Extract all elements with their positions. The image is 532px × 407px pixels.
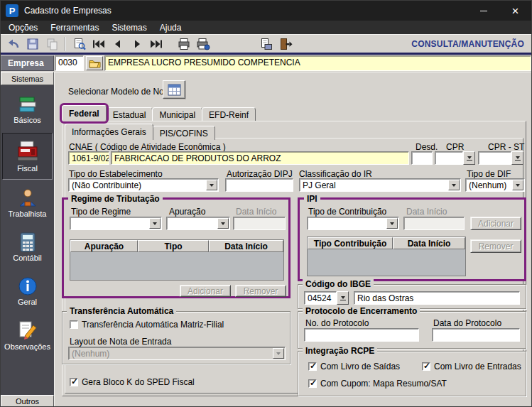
cupom-mapa-checkbox[interactable]: Com Cupom: Mapa Resumo/SAT xyxy=(308,379,447,389)
checkbox-icon[interactable] xyxy=(308,379,317,388)
nav-prior-icon[interactable] xyxy=(108,36,127,53)
preview-icon[interactable] xyxy=(70,36,89,53)
livro-saidas-checkbox[interactable]: Com Livro de Saídas xyxy=(308,362,400,371)
cnae-code-field[interactable]: 1061-9/02 xyxy=(68,151,109,165)
report-icon[interactable] xyxy=(256,36,276,53)
tab-pis-cofins[interactable]: PIS/COFINS xyxy=(153,126,215,140)
sidebar-item-basicos[interactable]: Básicos xyxy=(2,89,53,131)
regime-group-title: Regime de Tributação xyxy=(68,194,163,204)
chevron-down-icon[interactable] xyxy=(512,180,523,190)
desd-label: Desd. xyxy=(416,142,438,152)
federal-tabstrip: Federal Estadual Municipal EFD-Reinf xyxy=(62,105,255,121)
tab-efd-reinf[interactable]: EFD-Reinf xyxy=(202,107,256,121)
protocolo-data-field[interactable] xyxy=(432,328,520,342)
save-icon[interactable] xyxy=(23,36,42,53)
empresa-code-field[interactable]: 0030 xyxy=(55,55,84,71)
ir-combo[interactable]: PJ Geral xyxy=(299,178,461,192)
tipo-regime-combo[interactable] xyxy=(70,217,162,230)
cpr-st-lookup-button[interactable] xyxy=(511,151,523,165)
bloco-k-checkbox[interactable]: Gera Bloco K do SPED Fiscal xyxy=(70,377,195,387)
checkbox-icon[interactable] xyxy=(70,320,78,329)
sidebar-footer-outros[interactable]: Outros xyxy=(1,395,54,407)
empresa-name-field[interactable]: EMPRESA LUCRO PRESUMIDO COMPETENCIA xyxy=(104,55,531,71)
chevron-down-icon[interactable] xyxy=(386,218,398,229)
regime-grid[interactable]: Apuração Tipo Data Início xyxy=(70,239,284,281)
livro-entradas-label: Com Livro de Entradas xyxy=(434,362,521,371)
print-setup-icon[interactable] xyxy=(193,36,212,53)
ir-value: PJ Geral xyxy=(303,180,336,190)
checkbox-icon[interactable] xyxy=(308,362,317,371)
ipi-grid[interactable]: Tipo Contribuição Data Início xyxy=(307,237,466,276)
app-logo-letter: P xyxy=(9,6,16,16)
menubar: Opções Ferramentas Sistemas Ajuda xyxy=(1,21,531,34)
undo-icon[interactable] xyxy=(4,36,23,53)
regime-apuracao-label: Apuração xyxy=(169,207,205,217)
protocolo-data-label: Data do Protocolo xyxy=(433,318,501,328)
tab-estadual[interactable]: Estadual xyxy=(106,107,153,121)
note-model-grid-icon xyxy=(168,84,181,96)
ipi-remover-button: Remover xyxy=(470,239,521,253)
protocolo-num-field[interactable] xyxy=(304,328,419,342)
ibge-city-field[interactable]: Rio das Ostras xyxy=(354,291,520,305)
exit-icon[interactable] xyxy=(276,36,295,53)
cpr-label: CPR xyxy=(446,142,464,152)
livro-entradas-checkbox[interactable]: Com Livro de Entradas xyxy=(422,362,521,371)
ibge-lookup-button[interactable] xyxy=(337,291,349,305)
tab-federal[interactable]: Federal xyxy=(62,105,107,121)
menu-opcoes[interactable]: Opções xyxy=(2,23,44,33)
bloco-k-label: Gera Bloco K do SPED Fiscal xyxy=(82,377,195,387)
ibge-code-field[interactable]: 04524 xyxy=(304,291,337,305)
menu-ferramentas[interactable]: Ferramentas xyxy=(44,23,105,33)
tab-municipal[interactable]: Municipal xyxy=(152,107,202,121)
contabil-icon xyxy=(18,232,37,252)
dipj-field[interactable] xyxy=(225,178,293,192)
sidebar-item-trabalhista[interactable]: Trabalhista xyxy=(2,182,53,224)
chevron-down-icon[interactable] xyxy=(448,180,460,190)
tab-informacoes-gerais[interactable]: Informações Gerais xyxy=(65,124,153,140)
folder-open-icon xyxy=(89,59,101,68)
minimize-button[interactable] xyxy=(467,1,499,21)
chevron-down-icon[interactable] xyxy=(149,218,161,229)
sidebar-item-observacoes[interactable]: Observações xyxy=(2,314,53,356)
sidebar-item-label: Básicos xyxy=(13,116,41,124)
chevron-down-icon[interactable] xyxy=(206,180,217,190)
matriz-filial-checkbox-label: Transferência Automática Matriz-Filial xyxy=(82,320,224,330)
sidebar-item-geral[interactable]: Geral xyxy=(2,270,53,312)
layout-nota-value: (Nenhum) xyxy=(72,349,109,359)
mode-label: CONSULTA/MANUTENÇÃO xyxy=(411,39,524,49)
ipi-tipo-contribuicao-combo[interactable] xyxy=(307,217,399,230)
nav-next-icon[interactable] xyxy=(127,36,146,53)
app-window: P Cadastro de Empresas Opções Ferramenta… xyxy=(0,0,532,407)
checkbox-icon[interactable] xyxy=(422,362,430,371)
dif-combo[interactable]: (Nenhum) xyxy=(465,178,525,192)
checkbox-icon[interactable] xyxy=(70,378,78,386)
ibge-group-title: Código do IBGE xyxy=(303,279,374,289)
sidebar-header-sistemas[interactable]: Sistemas xyxy=(1,72,54,85)
menu-sistemas[interactable]: Sistemas xyxy=(105,23,153,33)
protocolo-group: Protocolo de Encerramento No. do Protoco… xyxy=(298,311,526,349)
open-company-button[interactable] xyxy=(86,56,103,70)
cnae-description-field[interactable]: FABRICACAO DE PRODUTOS DO ARROZ xyxy=(111,151,409,165)
regime-data-inicio-label: Data Início xyxy=(236,207,276,217)
window-title: Cadastro de Empresas xyxy=(24,6,112,16)
select-model-button[interactable] xyxy=(163,80,185,99)
sidebar-item-fiscal[interactable]: Fiscal xyxy=(2,133,53,180)
sidebar-item-contabil[interactable]: Contábil xyxy=(2,226,53,268)
titlebar: P Cadastro de Empresas xyxy=(1,1,531,21)
geral-info-icon xyxy=(18,276,38,296)
sidebar-item-label: Contábil xyxy=(13,254,41,262)
matriz-filial-checkbox[interactable]: Transferência Automática Matriz-Filial xyxy=(70,320,224,330)
empresa-panel-label: Empresa xyxy=(1,55,54,71)
nav-last-icon[interactable] xyxy=(146,36,165,53)
nav-first-icon[interactable] xyxy=(89,36,108,53)
cpr-st-field[interactable] xyxy=(478,151,511,165)
cpr-lookup-button[interactable] xyxy=(463,151,475,165)
print-icon[interactable] xyxy=(174,36,193,53)
chevron-down-icon xyxy=(273,348,284,359)
estabelecimento-combo[interactable]: (Não Contribuinte) xyxy=(68,178,219,192)
close-button[interactable] xyxy=(499,1,531,21)
menu-ajuda[interactable]: Ajuda xyxy=(153,23,188,33)
minimize-icon xyxy=(480,11,487,11)
desd-field[interactable] xyxy=(411,151,433,165)
cpr-field[interactable] xyxy=(435,151,463,165)
